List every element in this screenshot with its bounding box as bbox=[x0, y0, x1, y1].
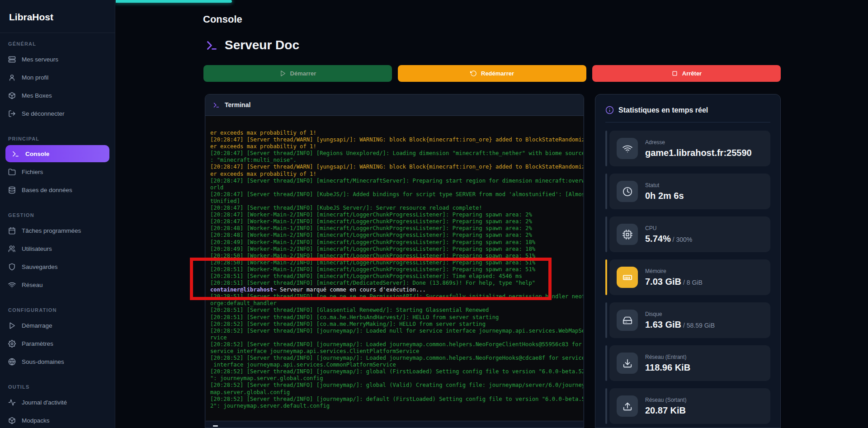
stat-value-suffix: / 300% bbox=[671, 236, 692, 243]
stat-card-reseau-sortant: Réseau (Sortant)20.87 KiB bbox=[605, 388, 770, 424]
stat-label: Mémoire bbox=[645, 268, 703, 274]
sidebar-item-label: Modpacks bbox=[22, 417, 50, 424]
button-label: Arrêter bbox=[682, 70, 702, 77]
terminal-log-line: [20:28:47] [Worker-Main-2/INFO] [minecra… bbox=[210, 212, 579, 218]
sidebar-item-label: Mon profil bbox=[22, 74, 48, 81]
terminal-log-line: [20:28:52] [Server thread/INFO] [journey… bbox=[210, 328, 579, 334]
stat-value-suffix: / 58.59 GiB bbox=[681, 322, 715, 329]
terminal-log-line: : "minecraft:multi_noise". bbox=[210, 157, 579, 164]
main-content: Console Serveur Doc DémarrerRedémarrerAr… bbox=[115, 0, 868, 428]
sidebar-item-label: Mes Boxes bbox=[22, 92, 52, 99]
terminal-log-line: er exceeds max probabiltiy of 1! bbox=[210, 171, 579, 178]
terminal-prompt-label: container@librahost~ bbox=[210, 287, 277, 293]
terminal-log-line: rvice bbox=[210, 334, 579, 341]
terminal-log-line: orge:default_handler bbox=[210, 300, 579, 307]
upload-icon bbox=[617, 395, 638, 417]
stat-card-accent bbox=[605, 388, 607, 424]
terminal-log-line: [20:28:52] [Server thread/INFO] [journey… bbox=[210, 368, 579, 375]
stat-card-memoire: Mémoire7.03 GiB / 8 GiB bbox=[605, 259, 770, 295]
terminal-icon bbox=[12, 150, 19, 158]
terminal-log-line: er exceeds max probabiltiy of 1! bbox=[210, 130, 579, 136]
stat-value-main: game1.librahost.fr:25590 bbox=[645, 148, 752, 158]
stat-value: game1.librahost.fr:25590 bbox=[645, 148, 752, 158]
memory-icon bbox=[617, 267, 638, 288]
stat-value-main: 5.74% bbox=[645, 234, 671, 244]
demarrer-button[interactable]: Démarrer bbox=[203, 65, 392, 82]
sidebar-item-bases-de-donnees[interactable]: Bases de données bbox=[0, 181, 115, 199]
terminal-log-line: [20:28:49] [Worker-Main-1/INFO] [minecra… bbox=[210, 239, 579, 246]
play-icon bbox=[8, 322, 16, 329]
stat-card-accent bbox=[605, 174, 607, 209]
sidebar-item-se-deconnecter[interactable]: Se déconnecter bbox=[0, 104, 115, 122]
gear-icon bbox=[8, 340, 16, 348]
stat-value: 20.87 KiB bbox=[645, 405, 686, 416]
sidebar-item-demarrage[interactable]: Démarrage bbox=[0, 316, 115, 334]
terminal-log-line: container@librahost~ Serveur marqué comm… bbox=[210, 287, 579, 293]
stat-value: 0h 2m 6s bbox=[645, 191, 684, 201]
calendar-icon bbox=[8, 227, 16, 235]
cube-icon bbox=[8, 417, 16, 424]
sidebar-item-taches-programmees[interactable]: Tâches programmées bbox=[0, 221, 115, 240]
sidebar-section-label: CONFIGURATION bbox=[8, 307, 107, 313]
redemarrer-button[interactable]: Redémarrer bbox=[398, 65, 586, 82]
wifi-icon bbox=[617, 138, 638, 159]
sidebar-item-sauvegardes[interactable]: Sauvegardes bbox=[0, 258, 115, 276]
terminal-panel-header: Terminal bbox=[205, 94, 584, 116]
sidebar-item-utilisateurs[interactable]: Utilisateurs bbox=[0, 240, 115, 258]
cpu-icon bbox=[617, 224, 638, 245]
sidebar-section-outils: OUTILSJournal d'activitéModpacks bbox=[0, 384, 115, 428]
terminal-log-line: [20:28:51] [Server thread/INFO] [minecra… bbox=[210, 280, 579, 287]
terminal-panel: Terminal er exceeds max probabiltiy of 1… bbox=[205, 94, 584, 428]
loading-progress-bar bbox=[116, 0, 232, 3]
stat-card-statut: Statut0h 2m 6s bbox=[605, 174, 770, 209]
arreter-button[interactable]: Arrêter bbox=[592, 65, 781, 82]
sidebar-item-reseau[interactable]: Réseau bbox=[0, 276, 115, 294]
sidebar-item-mes-boxes[interactable]: Mes Boxes bbox=[0, 86, 115, 104]
sidebar-item-parametres[interactable]: Paramètres bbox=[0, 334, 115, 353]
terminal-log-line: orld bbox=[210, 184, 579, 191]
stat-value: 7.03 GiB / 8 GiB bbox=[645, 277, 703, 287]
sidebar-section-principal: PRINCIPALConsoleFichiersBases de données bbox=[0, 136, 115, 199]
terminal-title: Terminal bbox=[225, 101, 250, 108]
sidebar-item-mes-serveurs[interactable]: Mes serveurs bbox=[0, 50, 115, 68]
sidebar-item-label: Mes serveurs bbox=[22, 56, 58, 63]
sidebar-section-label: OUTILS bbox=[8, 384, 107, 390]
terminal-log[interactable]: er exceeds max probabiltiy of 1![20:28:4… bbox=[206, 116, 583, 421]
folder-icon bbox=[8, 168, 16, 176]
terminal-log-line: tUnified] bbox=[210, 198, 579, 205]
terminal-log-line: [20:28:51] [Server thread/INFO] [co.ma.h… bbox=[210, 314, 579, 321]
brand-logo: LibraHost bbox=[0, 0, 115, 33]
sidebar-section-label: PRINCIPAL bbox=[8, 136, 107, 141]
sidebar-item-label: Se déconnecter bbox=[22, 110, 65, 117]
stat-label: Réseau (Sortant) bbox=[645, 397, 686, 403]
stat-card-body: Réseau (Sortant)20.87 KiB bbox=[609, 388, 770, 424]
sidebar-item-mon-profil[interactable]: Mon profil bbox=[0, 68, 115, 86]
stats-divider bbox=[605, 122, 770, 122]
terminal-input-prompt-partial bbox=[213, 425, 218, 427]
terminal-log-line: er exceeds max probabiltiy of 1! bbox=[210, 143, 579, 150]
sidebar-item-journal-d-activite[interactable]: Journal d'activité bbox=[0, 393, 115, 411]
disk-icon bbox=[617, 310, 638, 331]
terminal-input-row[interactable] bbox=[206, 421, 583, 428]
server-name: Serveur Doc bbox=[225, 38, 299, 52]
sidebar-item-fichiers[interactable]: Fichiers bbox=[0, 163, 115, 181]
users-icon bbox=[8, 245, 16, 253]
wifi-icon bbox=[8, 281, 16, 289]
stat-value-main: 0h 2m 6s bbox=[645, 191, 684, 201]
terminal-log-line: interface journeymap.api.services.Common… bbox=[210, 362, 579, 368]
terminal-log-line: [20:28:50] [Worker-Main-2/INFO] [minecra… bbox=[210, 259, 579, 266]
stats-cards: Adressegame1.librahost.fr:25590Statut0h … bbox=[605, 131, 770, 424]
terminal-log-line: [20:28:47] [Server thread/WARN] [yungsap… bbox=[210, 136, 579, 143]
sidebar-item-label: Sous-domaines bbox=[22, 358, 64, 365]
terminal-log-line: [20:28:49] [Worker-Main-2/INFO] [minecra… bbox=[210, 246, 579, 253]
sidebar-item-modpacks[interactable]: Modpacks bbox=[0, 411, 115, 428]
stat-card-adresse: Adressegame1.librahost.fr:25590 bbox=[605, 131, 770, 166]
sidebar-item-console[interactable]: Console bbox=[5, 145, 109, 162]
sidebar-item-sous-domaines[interactable]: Sous-domaines bbox=[0, 353, 115, 371]
download-icon bbox=[617, 353, 638, 374]
terminal-log-line: map.server.global.config bbox=[210, 389, 579, 396]
stat-card-cpu: CPU5.74% / 300% bbox=[605, 216, 770, 252]
terminal-log-line: [20:28:52] [Server thread/INFO] [journey… bbox=[210, 382, 579, 389]
stats-title: Statistiques en temps réel bbox=[618, 106, 708, 114]
stat-value: 1.63 GiB / 58.59 GiB bbox=[645, 320, 715, 330]
